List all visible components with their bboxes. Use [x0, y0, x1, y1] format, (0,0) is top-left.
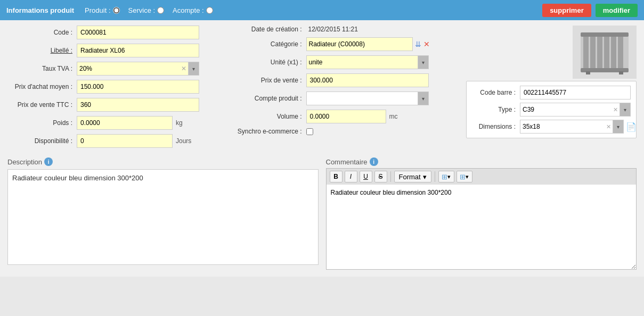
unite-select[interactable]: ▾	[306, 55, 429, 69]
commentaire-title-text: Commentaire	[326, 158, 368, 166]
right-form: Date de création : 12/02/2015 11:21 Caté…	[237, 26, 461, 152]
volume-label: Volume :	[237, 113, 306, 120]
svg-rect-6	[618, 35, 623, 70]
pdf-icon[interactable]: 📄	[626, 122, 637, 132]
bold-button[interactable]: B	[330, 171, 343, 182]
top-area: Code : Libellé : Taux TVA : ✕ ▾ Prix d'a…	[7, 26, 637, 152]
code-barre-input[interactable]	[520, 86, 631, 99]
type-row: Type : ✕ ▾	[472, 103, 631, 117]
compte-produit-arrow-icon[interactable]: ▾	[418, 92, 428, 105]
libelle-input[interactable]	[77, 44, 199, 57]
code-barre-label: Code barre :	[472, 89, 520, 96]
volume-unit: mc	[389, 113, 398, 120]
radio-acompte[interactable]	[206, 7, 213, 14]
compte-produit-input[interactable]	[307, 93, 418, 104]
radio-produit-item[interactable]: Produit :	[85, 6, 119, 14]
taux-tva-clear-icon[interactable]: ✕	[180, 65, 188, 72]
grid1-button[interactable]: ⊞▾	[438, 171, 454, 182]
poids-label: Poids :	[7, 119, 77, 127]
radio-group: Produit : Service : Acompte :	[85, 6, 213, 14]
date-creation-label: Date de création :	[237, 26, 306, 33]
libelle-label: Libellé :	[7, 47, 77, 54]
taux-tva-arrow-icon[interactable]: ▾	[188, 62, 199, 75]
svg-rect-9	[586, 71, 590, 74]
supprimer-button[interactable]: supprimer	[542, 4, 591, 17]
description-title-text: Description	[7, 158, 42, 166]
svg-rect-7	[581, 32, 629, 37]
radio-produit[interactable]	[113, 7, 120, 14]
type-label: Type :	[472, 106, 520, 113]
description-content: Radiateur couleur bleu dimension 300*200	[7, 169, 319, 265]
prix-vente-ttc-input[interactable]	[77, 98, 199, 112]
categorie-row: Catégorie : ⇊ ✕	[237, 37, 461, 51]
dimensions-select[interactable]: ✕ ▾	[520, 120, 624, 134]
type-arrow-icon[interactable]: ▾	[619, 103, 630, 116]
italic-button[interactable]: I	[345, 171, 357, 182]
svg-rect-3	[597, 35, 602, 70]
categorie-input[interactable]	[307, 39, 412, 49]
type-input[interactable]	[520, 104, 612, 115]
modifier-button[interactable]: modifier	[596, 4, 638, 17]
synchro-label: Synchro e-commerce :	[237, 128, 306, 135]
taux-tva-row: Taux TVA : ✕ ▾	[7, 62, 232, 76]
poids-unit: kg	[176, 119, 183, 127]
radio-service[interactable]	[157, 7, 164, 14]
dimensions-row: Dimensions : ✕ ▾ 📄	[472, 120, 631, 134]
format-button[interactable]: Format ▾	[394, 171, 431, 182]
header-actions: supprimer modifier	[542, 4, 638, 17]
grid2-button[interactable]: ⊞▾	[456, 171, 472, 182]
volume-input[interactable]	[306, 110, 386, 123]
categorie-wrapper: ⇊ ✕	[306, 37, 461, 51]
type-clear-icon[interactable]: ✕	[612, 106, 619, 113]
prix-achat-input[interactable]	[77, 80, 199, 94]
dimensions-input[interactable]	[520, 121, 605, 132]
prix-vente-input[interactable]	[306, 73, 429, 87]
format-label: Format	[399, 173, 421, 181]
underline-button[interactable]: U	[360, 171, 372, 182]
dimensions-clear-icon[interactable]: ✕	[605, 123, 613, 130]
bottom-section: Description i Radiateur couleur bleu dim…	[7, 157, 637, 271]
date-creation-row: Date de création : 12/02/2015 11:21	[237, 26, 461, 33]
radio-acompte-item[interactable]: Acompte :	[173, 6, 213, 14]
prix-vente-row: Prix de vente :	[237, 73, 461, 87]
prix-vente-ttc-row: Prix de vente TTC :	[7, 98, 232, 112]
code-input[interactable]	[77, 26, 199, 39]
libelle-row: Libellé :	[7, 44, 232, 57]
categorie-label: Catégorie :	[237, 40, 306, 48]
poids-input[interactable]	[77, 116, 173, 130]
description-title: Description i	[7, 157, 319, 166]
categorie-down-icon[interactable]: ⇊	[415, 40, 421, 48]
commentaire-info-icon[interactable]: i	[370, 157, 378, 166]
header: Informations produit Produit : Service :…	[0, 0, 644, 20]
dispo-unit: Jours	[176, 137, 191, 145]
taux-tva-input[interactable]	[77, 63, 180, 74]
unite-input[interactable]	[307, 57, 418, 68]
type-select[interactable]: ✕ ▾	[520, 103, 631, 117]
svg-rect-4	[604, 35, 609, 70]
left-form: Code : Libellé : Taux TVA : ✕ ▾ Prix d'a…	[7, 26, 232, 152]
product-image	[573, 26, 637, 79]
commentaire-panel: Commentaire i B I U S Format ▾ ⊞▾ ⊞▾	[326, 157, 637, 271]
dispo-input[interactable]	[77, 134, 173, 148]
taux-tva-select[interactable]: ✕ ▾	[77, 62, 199, 76]
toolbar-separator-1	[390, 171, 391, 182]
dimensions-label: Dimensions :	[472, 123, 520, 130]
dispo-label: Disponibilité :	[7, 137, 77, 145]
volume-row: Volume : mc	[237, 110, 461, 123]
strikethrough-button[interactable]: S	[374, 171, 387, 182]
description-panel: Description i Radiateur couleur bleu dim…	[7, 157, 319, 271]
categorie-clear-icon[interactable]: ✕	[423, 40, 430, 48]
comment-toolbar: B I U S Format ▾ ⊞▾ ⊞▾	[326, 168, 637, 185]
main-content: Code : Libellé : Taux TVA : ✕ ▾ Prix d'a…	[0, 20, 644, 277]
description-text: Radiateur couleur bleu dimension 300*200	[12, 174, 143, 182]
commentaire-textarea[interactable]	[326, 185, 637, 270]
categorie-input-box[interactable]	[306, 37, 413, 51]
unite-row: Unité (x1) : ▾	[237, 55, 461, 69]
dimensions-arrow-icon[interactable]: ▾	[613, 120, 623, 133]
radio-service-item[interactable]: Service :	[128, 6, 165, 14]
synchro-checkbox[interactable]	[306, 128, 313, 135]
unite-arrow-icon[interactable]: ▾	[418, 56, 428, 69]
description-info-icon[interactable]: i	[44, 157, 53, 166]
unite-label: Unité (x1) :	[237, 59, 306, 66]
compte-produit-select[interactable]: ▾	[306, 92, 429, 105]
